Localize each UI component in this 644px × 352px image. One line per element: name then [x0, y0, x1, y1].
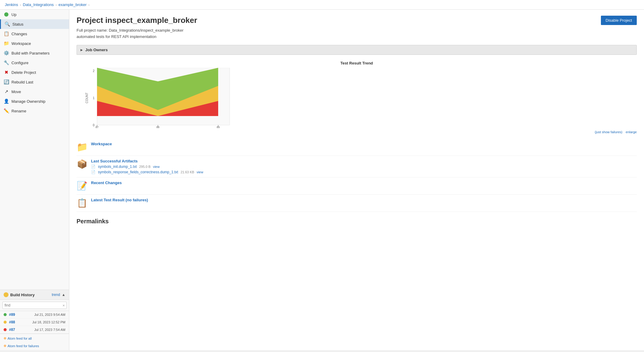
build-search-container: × [0, 300, 69, 311]
gear-icon: 🔧 [4, 60, 9, 65]
svg-text:1: 1 [93, 96, 95, 100]
delete-icon: ✖ [4, 70, 9, 75]
recent-changes-content: Recent Changes [91, 181, 637, 185]
artifact-item-2: 📄 symbols_response_fields_correctness.du… [91, 170, 637, 174]
breadcrumb-example-broker[interactable]: example_broker [58, 2, 86, 7]
job-owners-arrow: ▶ [80, 48, 83, 52]
sidebar-label-rebuild: Rebuild Last [11, 80, 33, 84]
artifact-file-icon-2: 📄 [91, 170, 96, 174]
workspace-content: Workspace [91, 142, 637, 146]
build-history-trend-link[interactable]: trend [52, 293, 60, 297]
trend-chart-svg: COUNT 2 1 0 [86, 68, 230, 128]
build-number-88[interactable]: #88 [9, 320, 15, 324]
svg-text:88: 88 [156, 126, 159, 128]
build-search-input[interactable] [2, 302, 67, 309]
sidebar-label-rename: Rename [11, 109, 26, 113]
artifact-view-link-2[interactable]: view [196, 170, 203, 174]
full-project-name: Full project name: Data_Integrations/ins… [77, 27, 637, 34]
build-date-88: Jul 18, 2023 12:52 PM [32, 320, 65, 324]
chart-title: Test Result Trend [77, 61, 637, 65]
test-result-section-item: 📋 Latest Test Result (no failures) [77, 195, 637, 212]
sidebar-label-build: Build with Parameters [11, 51, 49, 55]
recent-changes-section-item: 📝 Recent Changes [77, 178, 637, 195]
breadcrumb-sep-1: › [20, 3, 21, 7]
latest-test-result-link[interactable]: Latest Test Result (no failures) [91, 198, 148, 202]
atom-icon-all: ⊕ [4, 336, 6, 340]
breadcrumb-sep-3: › [88, 3, 90, 7]
sidebar-label-manage: Manage Ownership [11, 99, 46, 104]
build-status-icon-89 [4, 313, 7, 316]
sidebar-item-rename[interactable]: ✏️ Rename [0, 106, 69, 116]
build-status-icon-87 [4, 328, 7, 331]
sidebar-item-status[interactable]: 🔍 Status [0, 19, 69, 29]
sidebar-item-rebuild-last[interactable]: 🔄 Rebuild Last [0, 77, 69, 87]
search-clear-btn[interactable]: × [62, 303, 65, 308]
recent-changes-link[interactable]: Recent Changes [91, 181, 122, 185]
build-list: #89 Jul 21, 2023 9:54 AM #88 Jul 18, 202… [0, 311, 69, 334]
atom-feed-failures-link[interactable]: ⊕ Atom feed for failures [4, 344, 39, 348]
artifacts-icon: 📦 [77, 159, 87, 170]
build-history-header: Build History trend ▲ [0, 290, 69, 300]
artifact-view-link-1[interactable]: view [153, 165, 160, 168]
rebuild-icon: 🔄 [4, 79, 9, 85]
show-failures-link[interactable]: (just show failures) [595, 130, 623, 134]
sidebar-item-delete-project[interactable]: ✖ Delete Project [0, 68, 69, 77]
job-owners-label: Job Owners [85, 48, 108, 52]
rename-icon: ✏️ [4, 108, 9, 114]
build-icon: ⚙️ [4, 50, 9, 56]
disable-project-button[interactable]: Disable Project [601, 16, 637, 25]
breadcrumb-sep-2: › [55, 3, 57, 7]
artifacts-link[interactable]: Last Successful Artifacts [91, 159, 138, 163]
workspace-link[interactable]: Workspace [91, 142, 112, 146]
search-icon: 🔍 [5, 21, 10, 27]
up-icon [4, 12, 9, 17]
sidebar-item-changes[interactable]: 📋 Changes [0, 29, 69, 39]
build-history-section: Build History trend ▲ × #89 Jul 21, 2023… [0, 290, 69, 350]
workspace-icon: 📁 [4, 41, 9, 46]
sidebar-item-manage-ownership[interactable]: 👤 Manage Ownership [0, 96, 69, 106]
atom-feed-all-link[interactable]: ⊕ Atom feed for all [4, 336, 32, 340]
page-title: Project inspect_example_broker [77, 16, 637, 25]
sidebar: Up 🔍 Status 📋 Changes 📁 Workspace ⚙️ Bui… [0, 10, 69, 350]
test-result-icon: 📋 [77, 198, 87, 209]
atom-icon-failures: ⊕ [4, 344, 6, 348]
build-status-icon-88 [4, 321, 7, 324]
build-number-87[interactable]: #87 [9, 328, 15, 332]
build-history-collapse-btn[interactable]: ▲ [62, 293, 65, 297]
artifact-size-2: 21.63 KB [181, 170, 194, 174]
build-item: #89 Jul 21, 2023 9:54 AM [0, 311, 69, 319]
build-history-status-icon [4, 292, 8, 297]
atom-feed-failures-label: Atom feed for failures [8, 344, 39, 348]
build-date-87: Jul 17, 2023 7:54 AM [34, 328, 65, 332]
chart-links: (just show failures) enlarge [77, 130, 637, 134]
breadcrumb-data-integrations[interactable]: Data_Integrations [23, 2, 54, 7]
test-result-content: Latest Test Result (no failures) [91, 198, 637, 202]
artifact-link-2[interactable]: symbols_response_fields_correctness.dump… [98, 170, 178, 174]
chart-container: COUNT 2 1 0 [86, 68, 637, 129]
build-number-89[interactable]: #89 [9, 313, 15, 317]
sidebar-label-changes: Changes [11, 32, 27, 36]
job-owners-header[interactable]: ▶ Job Owners [77, 45, 636, 55]
project-description: automated tests for REST API implementat… [77, 34, 637, 40]
build-item: #87 Jul 17, 2023 7:54 AM [0, 326, 69, 334]
sidebar-item-build-with-parameters[interactable]: ⚙️ Build with Parameters [0, 48, 69, 58]
sidebar-item-configure[interactable]: 🔧 Configure [0, 58, 69, 68]
sidebar-item-move[interactable]: ↗ Move [0, 87, 69, 96]
sidebar-item-up[interactable]: Up [0, 10, 69, 19]
manage-icon: 👤 [4, 99, 9, 104]
breadcrumb-jenkins[interactable]: Jenkins [5, 2, 18, 7]
sidebar-item-workspace[interactable]: 📁 Workspace [0, 39, 69, 48]
y-axis-label: COUNT [86, 93, 89, 103]
sidebar-label-delete: Delete Project [11, 70, 36, 75]
svg-text:0: 0 [93, 124, 95, 127]
sidebar-label-status: Status [12, 22, 24, 27]
section-list: 📁 Workspace 📦 Last Successful Artifacts … [77, 139, 637, 212]
build-item: #88 Jul 18, 2023 12:52 PM [0, 319, 69, 326]
sidebar-label-workspace: Workspace [11, 41, 31, 46]
move-icon: ↗ [4, 89, 9, 94]
project-meta: Full project name: Data_Integrations/ins… [77, 27, 637, 40]
artifact-link-1[interactable]: symbols_init.dump_1.txt [98, 165, 137, 169]
changes-icon: 📋 [4, 31, 9, 36]
enlarge-link[interactable]: enlarge [626, 130, 637, 134]
chart-wrapper: Test Result Trend COUNT 2 1 0 [77, 61, 637, 134]
